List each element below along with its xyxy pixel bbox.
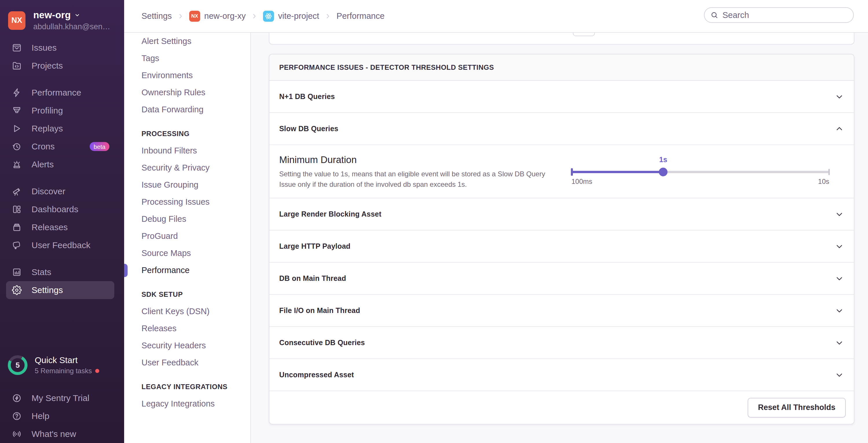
settings-nav: Alert Settings Tags Environments Ownersh…: [124, 32, 251, 443]
sidebar-item-discover[interactable]: Discover: [6, 182, 114, 200]
row-db-on-main-thread[interactable]: DB on Main Thread: [269, 263, 854, 295]
settings-nav-legacy-integrations[interactable]: Legacy Integrations: [124, 395, 250, 412]
threshold-settings-panel: PERFORMANCE ISSUES - DETECTOR THRESHOLD …: [269, 54, 855, 424]
slider-thumb[interactable]: [659, 168, 668, 176]
row-uncompressed-asset[interactable]: Uncompressed Asset: [269, 359, 854, 391]
org-switcher[interactable]: NX new-org abdullah.khan@sen…: [8, 9, 110, 31]
row-n-plus-one-db-queries[interactable]: N+1 DB Queries: [269, 81, 854, 113]
chevron-down-icon: [835, 242, 844, 251]
settings-nav-security-privacy[interactable]: Security & Privacy: [124, 159, 250, 176]
sidebar-item-profiling[interactable]: Profiling: [6, 101, 114, 120]
settings-nav-issue-grouping[interactable]: Issue Grouping: [124, 176, 250, 194]
alerts-icon: [11, 159, 22, 170]
slider-max-tick: [828, 169, 830, 175]
beta-badge: beta: [90, 142, 110, 151]
sidebar-item-performance[interactable]: Performance: [6, 84, 114, 101]
sidebar-item-user-feedback[interactable]: User Feedback: [6, 236, 114, 254]
settings-nav-processing-issues[interactable]: Processing Issues: [124, 194, 250, 210]
chevron-right-icon: [177, 12, 184, 20]
settings-nav-alert-settings[interactable]: Alert Settings: [124, 33, 250, 50]
settings-nav-ownership-rules[interactable]: Ownership Rules: [124, 84, 250, 101]
quick-start-progress-ring: 5: [8, 355, 28, 375]
chevron-down-icon: [835, 92, 844, 101]
chevron-right-icon: [324, 12, 332, 20]
dashboards-icon: [11, 204, 22, 214]
projects-icon: [11, 60, 22, 71]
main-content: PERFORMANCE ISSUES - DETECTOR THRESHOLD …: [251, 32, 868, 443]
settings-nav-data-forwarding[interactable]: Data Forwarding: [124, 101, 250, 118]
issues-icon: [11, 42, 22, 53]
slider-min-label: 100ms: [571, 177, 592, 186]
org-name: new-org: [33, 9, 71, 21]
sidebar-item-dashboards[interactable]: Dashboards: [6, 200, 114, 218]
gear-icon: [11, 285, 22, 295]
sidebar-item-issues[interactable]: Issues: [6, 39, 114, 57]
releases-icon: [11, 222, 22, 233]
profiling-icon: [11, 106, 22, 116]
sidebar-footer: My Sentry Trial Help What's new: [0, 389, 124, 443]
performance-icon: [11, 87, 22, 98]
breadcrumb-page: Performance: [337, 11, 384, 21]
minimum-duration-label: Minimum Duration: [279, 154, 357, 165]
search-box[interactable]: [704, 7, 854, 23]
org-email: abdullah.khan@sen…: [33, 22, 110, 31]
slider-min-tick: [571, 168, 573, 176]
settings-nav-source-maps[interactable]: Source Maps: [124, 245, 250, 262]
row-consecutive-db-queries[interactable]: Consecutive DB Queries: [269, 327, 854, 359]
settings-nav-releases[interactable]: Releases: [124, 320, 250, 337]
row-file-io-on-main-thread[interactable]: File I/O on Main Thread: [269, 295, 854, 327]
chevron-up-icon: [835, 124, 844, 134]
settings-nav-user-feedback[interactable]: User Feedback: [124, 354, 250, 371]
chevron-down-icon: [835, 274, 844, 283]
settings-nav-proguard[interactable]: ProGuard: [124, 228, 250, 245]
sidebar-item-settings[interactable]: Settings: [6, 281, 114, 299]
sidebar-item-whats-new[interactable]: What's new: [6, 425, 114, 443]
breadcrumb-project[interactable]: vite-project: [263, 11, 319, 22]
sidebar-item-crons[interactable]: Crons beta: [6, 138, 114, 155]
app-sidebar: NX new-org abdullah.khan@sen… Issues Pro…: [0, 0, 124, 443]
sidebar-item-replays[interactable]: Replays: [6, 120, 114, 138]
broadcast-icon: [11, 429, 22, 439]
sidebar-item-projects[interactable]: Projects: [6, 57, 114, 75]
row-large-http-payload[interactable]: Large HTTP Payload: [269, 231, 854, 263]
notification-dot: [95, 369, 99, 373]
panel-title: PERFORMANCE ISSUES - DETECTOR THRESHOLD …: [269, 54, 854, 81]
row-slow-db-queries[interactable]: Slow DB Queries: [269, 113, 854, 145]
settings-nav-environments[interactable]: Environments: [124, 67, 250, 84]
crons-icon: [11, 141, 22, 152]
chevron-down-icon: [835, 370, 844, 380]
sidebar-item-help[interactable]: Help: [6, 407, 114, 425]
settings-nav-performance[interactable]: Performance: [124, 262, 250, 279]
sidebar-item-my-sentry-trial[interactable]: My Sentry Trial: [6, 389, 114, 407]
search-input[interactable]: [722, 10, 844, 20]
previous-panel-remnant: [269, 32, 855, 45]
sidebar-item-releases[interactable]: Releases: [6, 218, 114, 236]
active-indicator: [124, 264, 128, 277]
breadcrumb-org[interactable]: NX new-org-xy: [189, 11, 246, 22]
quick-start-title: Quick Start: [35, 355, 99, 365]
sidebar-item-alerts[interactable]: Alerts: [6, 155, 114, 173]
minimum-duration-description: Setting the value to 1s, means that an e…: [279, 169, 563, 190]
stats-icon: [11, 267, 22, 277]
row-large-render-blocking-asset[interactable]: Large Render Blocking Asset: [269, 198, 854, 231]
replays-icon: [11, 123, 22, 134]
minimum-duration-slider: 1s 100ms 10s: [571, 145, 829, 198]
slider-fill: [571, 171, 663, 173]
org-badge: NX: [189, 11, 200, 22]
slider-max-label: 10s: [818, 177, 829, 186]
reset-all-thresholds-button[interactable]: Reset All Thresholds: [748, 398, 846, 417]
chevron-down-icon: [835, 210, 844, 219]
settings-nav-debug-files[interactable]: Debug Files: [124, 210, 250, 228]
org-avatar: NX: [8, 11, 26, 30]
breadcrumb-settings[interactable]: Settings: [142, 11, 172, 21]
sidebar-nav: Issues Projects Performance Profiling: [0, 39, 124, 299]
settings-nav-inbound-filters[interactable]: Inbound Filters: [124, 142, 250, 159]
sidebar-item-stats[interactable]: Stats: [6, 263, 114, 281]
quick-start[interactable]: 5 Quick Start 5 Remaining tasks: [8, 355, 118, 375]
settings-nav-security-headers[interactable]: Security Headers: [124, 337, 250, 354]
settings-nav-tags[interactable]: Tags: [124, 50, 250, 67]
react-logo-icon: [263, 11, 274, 22]
discover-icon: [11, 186, 22, 197]
settings-nav-section-processing: PROCESSING: [124, 125, 250, 142]
settings-nav-client-keys[interactable]: Client Keys (DSN): [124, 303, 250, 320]
